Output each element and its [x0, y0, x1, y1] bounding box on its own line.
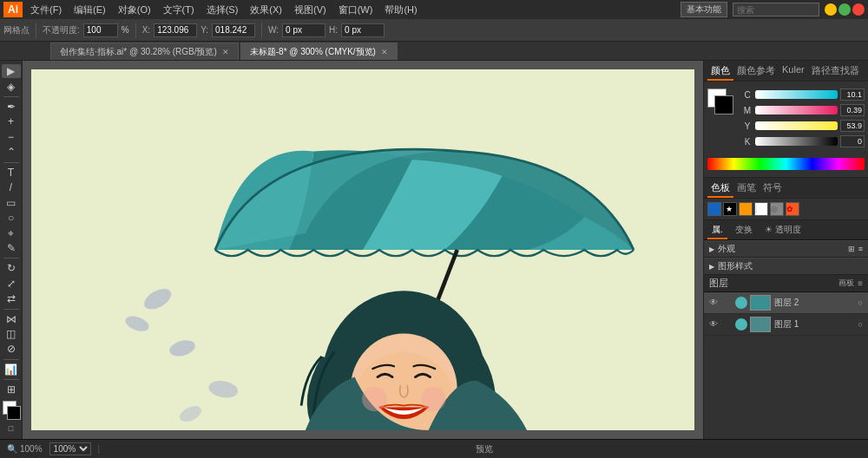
tab-swatches[interactable]: 色板 — [707, 180, 733, 198]
tool-delete-anchor[interactable]: − — [2, 130, 21, 144]
menu-view[interactable]: 视图(V) — [292, 3, 329, 16]
swatch-1[interactable]: ★ — [723, 202, 737, 216]
layers-options-icon[interactable]: ≡ — [858, 278, 863, 288]
tool-anchor-convert[interactable]: ⌃ — [2, 145, 21, 159]
channel-y-value[interactable] — [840, 120, 865, 132]
layer-2-visibility-icon[interactable]: 👁 — [709, 298, 720, 308]
tool-brush[interactable]: ⌖ — [2, 226, 21, 239]
canvas-area[interactable] — [23, 61, 703, 439]
tool-rect[interactable]: ▭ — [2, 195, 21, 209]
tab-brushes[interactable]: 画笔 — [733, 180, 760, 198]
tool-eyedropper[interactable]: ⊘ — [2, 342, 21, 356]
w-label: W: — [268, 25, 279, 35]
layer-1-visibility-icon[interactable]: 👁 — [709, 319, 720, 330]
tool-chart[interactable]: 📊 — [2, 362, 21, 376]
layers-panel: 👁 图层 2 ○ 👁 图层 — [704, 292, 868, 439]
close-button[interactable] — [852, 3, 865, 16]
swatch-3[interactable]: | — [754, 202, 768, 216]
channel-c-value[interactable] — [840, 88, 865, 101]
tab-1[interactable]: 未标题-8* @ 300% (CMYK/预览) ✕ — [240, 43, 398, 60]
status-divider: | — [98, 444, 101, 454]
tool-artboard[interactable]: ⊞ — [2, 383, 21, 396]
menu-text[interactable]: 文字(T) — [161, 3, 197, 16]
search-input[interactable] — [733, 3, 819, 16]
zoom-select[interactable]: 100% — [49, 442, 91, 455]
layer-2-options[interactable]: ○ — [858, 298, 863, 307]
swatch-0[interactable] — [707, 202, 721, 216]
illustration — [31, 69, 694, 430]
tool-select[interactable]: ▶ — [2, 64, 21, 78]
fill-color[interactable] — [7, 406, 21, 420]
appearance-section-header[interactable]: ▶ 外观 ⊞ ≡ — [704, 240, 868, 258]
menu-window[interactable]: 窗口(W) — [336, 3, 376, 16]
tab-color[interactable]: 颜色 — [707, 62, 733, 81]
opacity-input[interactable] — [83, 23, 118, 37]
artboard-tab[interactable]: 画板 — [838, 278, 854, 289]
tool-reflect[interactable]: ⇄ — [2, 291, 21, 305]
menu-object[interactable]: 对象(O) — [115, 3, 154, 16]
channel-m-value[interactable] — [840, 104, 865, 116]
channel-y-slider[interactable] — [755, 121, 838, 130]
maximize-button[interactable] — [838, 3, 851, 16]
layer-item-1[interactable]: 👁 图层 1 ○ — [704, 314, 868, 336]
y-input[interactable] — [212, 23, 255, 37]
tool-pen[interactable]: ✒ — [2, 100, 21, 114]
tool-sep-1 — [3, 96, 19, 97]
swatch-2[interactable] — [739, 202, 753, 216]
tool-type[interactable]: T — [2, 165, 21, 179]
canvas-background — [31, 69, 694, 430]
tab-0[interactable]: 创作集结·指标.ai* @ 30.28% (RGB/预览) ✕ — [50, 43, 239, 60]
fg-color-swatch[interactable] — [714, 95, 733, 114]
menu-file[interactable]: 文件(F) — [28, 3, 64, 16]
lower-tabs: 属. 变换 ☀ 透明度 — [704, 220, 868, 240]
close-tab-0[interactable]: ✕ — [222, 48, 229, 56]
channel-k-value[interactable] — [840, 135, 865, 147]
menu-select[interactable]: 选择(S) — [204, 3, 241, 16]
layer-2-thumbnail-container — [735, 295, 771, 311]
tab-transparency[interactable]: ☀ 透明度 — [760, 222, 806, 239]
appearance-arrow: ▶ — [709, 245, 714, 253]
tab-appearance[interactable]: 属. — [707, 222, 727, 239]
tab-transform[interactable]: 变换 — [731, 222, 757, 239]
swatch-5[interactable]: ✿ — [786, 202, 799, 216]
spectrum-bar[interactable] — [707, 158, 865, 170]
menu-help[interactable]: 帮助(H) — [382, 3, 419, 16]
minimize-button[interactable] — [825, 3, 837, 16]
menu-edit[interactable]: 编辑(E) — [71, 3, 108, 16]
tool-add-anchor[interactable]: + — [2, 114, 21, 128]
tool-pencil[interactable]: ✎ — [2, 241, 21, 255]
layer-1-options[interactable]: ○ — [858, 320, 863, 329]
layer-1-color-dot — [735, 318, 747, 330]
menu-effect[interactable]: 效果(X) — [247, 3, 285, 16]
x-input[interactable] — [154, 23, 197, 37]
tool-ellipse[interactable]: ○ — [2, 211, 21, 225]
opacity-percent: % — [122, 25, 129, 35]
tab-color-guide[interactable]: 颜色参考 — [733, 62, 779, 81]
tool-normal-mode[interactable]: □ — [2, 422, 21, 435]
h-input[interactable] — [341, 23, 385, 37]
layer-2-name[interactable]: 图层 2 — [774, 297, 855, 309]
graphic-styles-arrow: ▶ — [709, 263, 714, 271]
layer-item-2[interactable]: 👁 图层 2 ○ — [704, 292, 868, 314]
tab-kuler[interactable]: Kuler — [779, 62, 808, 81]
tool-direct-select[interactable]: ◈ — [2, 79, 21, 93]
tool-scale[interactable]: ⤢ — [2, 277, 21, 291]
divider2 — [135, 23, 136, 38]
w-input[interactable] — [282, 23, 326, 37]
graphic-styles-section[interactable]: ▶ 图形样式 — [704, 258, 868, 275]
channel-c-slider[interactable] — [755, 90, 838, 99]
channel-k-slider[interactable] — [755, 137, 838, 146]
layer-1-name[interactable]: 图层 1 — [774, 318, 855, 330]
tool-gradient[interactable]: ◫ — [2, 327, 21, 341]
tool-blend[interactable]: ⋈ — [2, 311, 21, 325]
tool-line[interactable]: / — [2, 180, 21, 194]
swatch-4[interactable]: ◎ — [770, 202, 784, 216]
tab-symbols[interactable]: 符号 — [760, 180, 786, 198]
divider3 — [261, 23, 262, 38]
workspace-button[interactable]: 基本功能 — [681, 2, 727, 17]
tool-rotate[interactable]: ↻ — [2, 261, 21, 275]
tab-pathfinder[interactable]: 路径查找器 — [808, 62, 863, 81]
fg-bg-colors — [707, 88, 739, 120]
close-tab-1[interactable]: ✕ — [381, 48, 388, 56]
channel-m-slider[interactable] — [755, 106, 838, 114]
